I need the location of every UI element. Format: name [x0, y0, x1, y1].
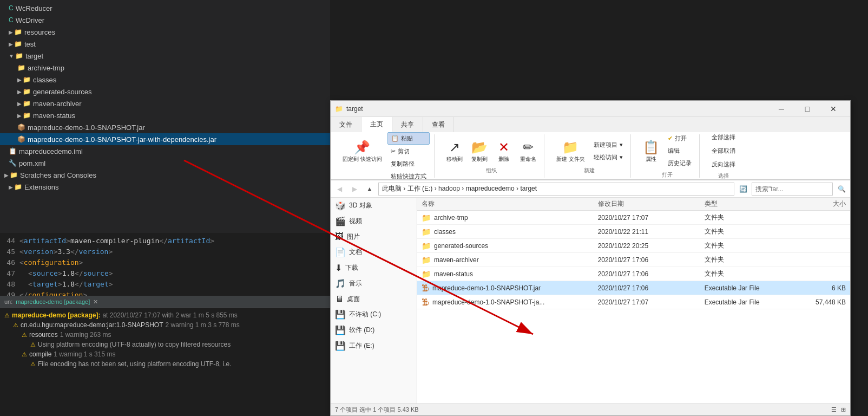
cut-icon: ✂ — [391, 148, 396, 155]
forward-button[interactable]: ▶ — [348, 183, 361, 196]
move-to-button[interactable]: ↗ 移动到 — [443, 138, 466, 165]
tree-item-maven-archiver[interactable]: ▶ 📁 maven-archiver — [0, 98, 330, 109]
open-button[interactable]: ✔ 打开 — [665, 133, 695, 144]
paste-shortcut-button[interactable]: 粘贴快捷方式 — [387, 171, 430, 180]
run-tab-close[interactable]: ✕ — [93, 298, 98, 306]
address-path[interactable]: 此电脑 › 工作 (E:) › hadoop › mapreducedemo ›… — [378, 183, 734, 196]
code-line-44: 44 <artifactId>maven-compiler-plugin</ar… — [0, 235, 330, 246]
invert-select-button[interactable]: 反向选择 — [708, 159, 739, 170]
new-folder-button[interactable]: 📁 新建 文件夹 — [553, 138, 588, 165]
copy-to-icon: 📂 — [471, 140, 488, 155]
status-text: 7 个项目 选中 1 个项目 5.43 KB — [335, 406, 419, 414]
properties-button[interactable]: 📋 属性 — [640, 138, 662, 165]
maximize-button[interactable]: □ — [795, 101, 820, 117]
nav-video[interactable]: 🎬 视频 — [331, 213, 417, 229]
nav-music-icon: 🎵 — [335, 278, 346, 289]
pin-button[interactable]: 📌 固定到 快速访问 — [339, 138, 385, 165]
paste-button[interactable]: 📋 粘贴 — [387, 132, 430, 145]
col-size[interactable]: 大小 — [792, 199, 851, 209]
new-item-button[interactable]: 新建项目 ▾ — [590, 139, 626, 151]
tab-home[interactable]: 主页 — [361, 117, 392, 132]
tree-item-extensions[interactable]: ▶ 📁 Extensions — [0, 181, 330, 193]
tree-item-generated-sources[interactable]: ▶ 📁 generated-sources — [0, 86, 330, 98]
view-grid-icon[interactable]: ⊞ — [841, 406, 846, 413]
tab-file[interactable]: 文件 — [331, 117, 361, 132]
nav-3d[interactable]: 🎲 3D 对象 — [331, 198, 417, 213]
nav-music[interactable]: 🎵 音乐 — [331, 276, 417, 291]
tree-item-wcdriver[interactable]: C WcDriver — [0, 14, 330, 26]
code-line-47: 47 <source>1.8</source> — [0, 268, 330, 278]
file-row-classes[interactable]: 📁 classes 2020/10/22 21:11 文件夹 — [417, 225, 850, 239]
folder-icon-maven-status: 📁 — [422, 270, 431, 278]
easy-access-button[interactable]: 轻松访问 ▾ — [590, 152, 626, 163]
tree-item-iml[interactable]: 📋 mapreducedemo.iml — [0, 145, 330, 157]
rename-button[interactable]: ✏ 重命名 — [517, 138, 540, 165]
select-none-button[interactable]: 全部取消 — [708, 145, 739, 157]
col-name[interactable]: 名称 — [417, 199, 596, 209]
tree-item-scratches[interactable]: ▶ 📁 Scratches and Consoles — [0, 169, 330, 181]
explorer-title-bar: 📁 target ─ □ ✕ — [331, 101, 850, 117]
file-row-jar1[interactable]: 🗜 mapreduce-demo-1.0-SNAPSHOT.jar 2020/1… — [417, 281, 850, 295]
ribbon-content: 📌 固定到 快速访问 📋 复制 📋 粘贴 ✂ — [331, 132, 850, 180]
tree-item-target[interactable]: ▼ 📁 target — [0, 50, 330, 62]
search-button[interactable]: 🔍 — [835, 183, 848, 196]
nav-downloads[interactable]: ⬇ 下载 — [331, 260, 417, 276]
close-button[interactable]: ✕ — [821, 101, 846, 117]
tree-item-resources[interactable]: ▶ 📁 resources — [0, 26, 330, 38]
nav-drive-d[interactable]: 💾 软件 (D:) — [331, 322, 417, 338]
search-input[interactable] — [752, 183, 833, 196]
file-row-maven-status[interactable]: 📁 maven-status 2020/10/27 17:06 文件夹 — [417, 267, 850, 281]
nav-drive-e[interactable]: 💾 工作 (E:) — [331, 338, 417, 354]
file-row-generated-sources[interactable]: 📁 generated-sources 2020/10/22 20:25 文件夹 — [417, 239, 850, 253]
view-list-icon[interactable]: ☰ — [831, 406, 837, 413]
tree-item-archive-tmp[interactable]: 📁 archive-tmp — [0, 62, 330, 74]
dropdown-icon: ▾ — [620, 141, 623, 148]
code-line-49: 49 </configuration> — [0, 289, 330, 296]
select-buttons: 全部选择 全部取消 反向选择 — [708, 132, 739, 170]
ribbon-group-organize: ↗ 移动到 📂 复制到 ✕ 删除 ✏ 重命名 — [439, 134, 544, 178]
file-row-maven-archiver[interactable]: 📁 maven-archiver 2020/10/27 17:06 文件夹 — [417, 253, 850, 267]
explorer-title-icon: 📁 — [335, 105, 343, 113]
tree-item-jar1[interactable]: 📦 mapreduce-demo-1.0-SNAPSHOT.jar — [0, 121, 330, 133]
nav-documents[interactable]: 📄 文档 — [331, 244, 417, 260]
up-button[interactable]: ▲ — [363, 183, 376, 196]
tree-item-jar2[interactable]: 📦 mapreduce-demo-1.0-SNAPSHOT-jar-with-d… — [0, 133, 330, 145]
copy-to-button[interactable]: 📂 复制到 — [468, 138, 491, 165]
tree-item-pom[interactable]: 🔧 pom.xml — [0, 157, 330, 169]
select-all-button[interactable]: 全部选择 — [708, 132, 739, 143]
cut-button[interactable]: ✂ 剪切 — [387, 146, 430, 157]
col-date[interactable]: 修改日期 — [596, 199, 702, 209]
ide-panel: C WcReducer C WcDriver ▶ 📁 resources ▶ 📁… — [0, 0, 330, 416]
minimize-button[interactable]: ─ — [769, 101, 794, 117]
run-label: un: — [4, 298, 12, 305]
build-main-item: ⚠ mapreduce-demo [package]: at 2020/10/2… — [4, 310, 326, 320]
ribbon: 文件 主页 共享 查看 📌 固定到 快速访问 📋 复制 — [331, 117, 850, 180]
history-button[interactable]: 历史记录 — [665, 158, 695, 169]
code-line-45: 45 <version>3.3</version> — [0, 246, 330, 257]
nav-pictures[interactable]: 🖼 图片 — [331, 229, 417, 244]
tab-share[interactable]: 共享 — [392, 117, 423, 132]
build-info-1: ⚠ Using platform encoding (UTF-8 actuall… — [4, 340, 326, 349]
tree-item-maven-status[interactable]: ▶ 📁 maven-status — [0, 109, 330, 121]
folder-icon-archive: 📁 — [422, 213, 431, 222]
refresh-button[interactable]: 🔄 — [737, 183, 749, 196]
tab-view[interactable]: 查看 — [423, 117, 454, 132]
build-sub-item-3: ⚠ compile 1 warning 1 s 315 ms — [4, 349, 326, 359]
col-type[interactable]: 类型 — [702, 199, 792, 209]
pin-icon: 📌 — [354, 140, 370, 155]
properties-icon: 📋 — [643, 140, 659, 155]
file-row-archive-tmp[interactable]: 📁 archive-tmp 2020/10/27 17:07 文件夹 — [417, 211, 850, 225]
back-button[interactable]: ◀ — [333, 183, 346, 196]
edit-button[interactable]: 编辑 — [665, 145, 695, 157]
delete-button[interactable]: ✕ 删除 — [493, 138, 515, 165]
nav-drive-c[interactable]: 💾 不许动 (C:) — [331, 307, 417, 322]
file-row-jar2[interactable]: 🗜 mapreduce-demo-1.0-SNAPSHOT-ja... 2020… — [417, 295, 850, 309]
tree-item-classes[interactable]: ▶ 📁 classes — [0, 74, 330, 86]
open-buttons: 📋 属性 ✔ 打开 编辑 历史记录 — [640, 133, 695, 169]
tree-item-wcreducer[interactable]: C WcReducer — [0, 2, 330, 14]
nav-desktop[interactable]: 🖥 桌面 — [331, 291, 417, 307]
build-sub-item-1: ⚠ cn.edu.hgu:mapreduce-demo:jar:1.0-SNAP… — [4, 320, 326, 330]
tree-item-test[interactable]: ▶ 📁 test — [0, 38, 330, 50]
copy-path-button[interactable]: 复制路径 — [387, 158, 430, 170]
address-bar: ◀ ▶ ▲ 此电脑 › 工作 (E:) › hadoop › mapreduce… — [331, 180, 850, 198]
